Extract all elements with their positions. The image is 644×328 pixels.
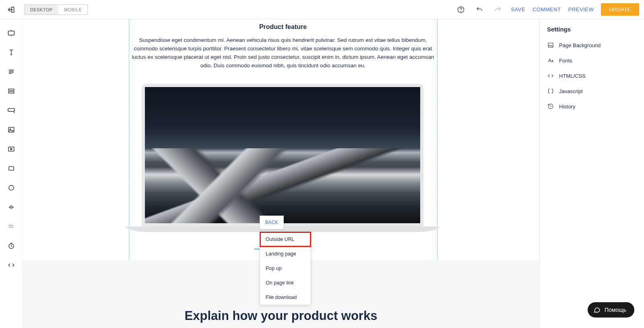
javascript-icon bbox=[547, 87, 554, 95]
feature-text[interactable]: Suspendisse eget condimentum mi. Aenean … bbox=[129, 36, 437, 70]
timer-icon bbox=[8, 242, 15, 249]
rail-code[interactable] bbox=[7, 261, 15, 269]
rail-paragraph[interactable] bbox=[7, 68, 15, 76]
canvas[interactable]: Product feature Suspendisse eget condime… bbox=[23, 19, 539, 328]
mountain-image bbox=[145, 87, 420, 223]
rail-timer[interactable] bbox=[7, 242, 15, 250]
svg-point-2 bbox=[461, 11, 461, 11]
feature-title[interactable]: Product feature bbox=[129, 23, 437, 31]
settings-item-label: History bbox=[559, 104, 575, 110]
rail-slider[interactable] bbox=[7, 203, 15, 211]
popup-item-landing-page[interactable]: Landing page bbox=[260, 247, 311, 261]
popup-item-outside-url[interactable]: Outside URL bbox=[260, 232, 311, 247]
save-link[interactable]: SAVE bbox=[511, 6, 525, 12]
comment-link[interactable]: COMMENT bbox=[533, 6, 561, 12]
settings-javascript[interactable]: Javascript bbox=[540, 83, 644, 99]
popup-item-on-page-link[interactable]: On page link bbox=[260, 276, 311, 290]
svg-rect-4 bbox=[8, 89, 14, 91]
redo-button[interactable] bbox=[492, 4, 504, 15]
rail-image[interactable] bbox=[7, 126, 15, 134]
svg-point-12 bbox=[9, 207, 10, 208]
settings-item-label: Fonts bbox=[559, 58, 572, 64]
device-mobile[interactable]: MOBILE bbox=[58, 5, 88, 15]
device-desktop[interactable]: DESKTOP bbox=[25, 5, 58, 15]
popup-back[interactable]: BACK bbox=[260, 216, 284, 229]
history-icon bbox=[547, 103, 554, 110]
update-button[interactable]: UPDATE bbox=[601, 3, 639, 16]
rail-text[interactable] bbox=[7, 48, 15, 56]
settings-item-label: Javascript bbox=[559, 88, 583, 94]
rail-video[interactable] bbox=[7, 145, 15, 153]
element-rail bbox=[0, 19, 23, 328]
link-popup-menu: Outside URL Landing page Pop up On page … bbox=[260, 232, 311, 305]
svg-rect-5 bbox=[8, 92, 14, 93]
header-right: SAVE COMMENT PREVIEW UPDATE bbox=[455, 3, 639, 16]
preview-link[interactable]: PREVIEW bbox=[568, 6, 594, 12]
help-widget[interactable]: Помощь bbox=[588, 302, 634, 318]
rail-divider[interactable] bbox=[7, 222, 15, 230]
svg-point-13 bbox=[12, 207, 13, 208]
box-icon bbox=[8, 165, 15, 172]
button-icon bbox=[7, 107, 15, 114]
svg-rect-10 bbox=[9, 167, 14, 170]
exit-icon bbox=[7, 6, 15, 14]
settings-htmlcss[interactable]: HTML/CSS bbox=[540, 68, 644, 83]
popup-item-popup[interactable]: Pop up bbox=[260, 261, 311, 276]
settings-panel: Settings Page Background Fonts HTML/CSS … bbox=[539, 19, 644, 328]
text-icon bbox=[8, 49, 15, 56]
section-2-title[interactable]: Explain how your product works bbox=[23, 309, 539, 323]
device-toggle: DESKTOP MOBILE bbox=[24, 4, 88, 15]
help-button[interactable] bbox=[455, 4, 466, 15]
svg-rect-3 bbox=[8, 31, 14, 35]
help-circle-icon bbox=[457, 6, 465, 14]
form-icon bbox=[8, 87, 15, 95]
svg-point-11 bbox=[9, 185, 14, 190]
header-left: DESKTOP MOBILE bbox=[5, 3, 88, 16]
image-icon bbox=[8, 126, 15, 133]
chat-icon bbox=[593, 306, 601, 313]
code-icon bbox=[8, 262, 15, 269]
paragraph-icon bbox=[8, 68, 15, 75]
svg-rect-7 bbox=[8, 127, 14, 132]
circle-icon bbox=[8, 184, 15, 191]
popup-item-file-download[interactable]: File download bbox=[260, 290, 311, 305]
section-icon bbox=[7, 29, 15, 37]
undo-button[interactable] bbox=[474, 4, 485, 15]
laptop-screen bbox=[142, 84, 423, 226]
settings-history[interactable]: History bbox=[540, 99, 644, 114]
redo-icon bbox=[494, 6, 502, 13]
rail-shape[interactable] bbox=[7, 184, 15, 192]
video-icon bbox=[8, 145, 15, 153]
settings-title: Settings bbox=[540, 19, 644, 37]
settings-page-background[interactable]: Page Background bbox=[540, 37, 644, 53]
htmlcss-icon bbox=[547, 72, 554, 79]
settings-item-label: HTML/CSS bbox=[559, 73, 586, 79]
slider-icon bbox=[8, 203, 15, 211]
fonts-icon bbox=[547, 57, 554, 64]
settings-item-label: Page Background bbox=[559, 42, 601, 48]
feature-block: Product feature Suspendisse eget condime… bbox=[129, 19, 437, 70]
svg-rect-6 bbox=[8, 108, 14, 111]
laptop-mockup[interactable] bbox=[142, 84, 423, 232]
rail-section[interactable] bbox=[7, 29, 15, 37]
body: Product feature Suspendisse eget condime… bbox=[0, 19, 644, 328]
rail-form[interactable] bbox=[7, 87, 15, 95]
divider-icon bbox=[8, 223, 15, 230]
header-bar: DESKTOP MOBILE SAVE COMMENT PREVIEW UPDA… bbox=[0, 0, 644, 19]
exit-editor-button[interactable] bbox=[5, 3, 18, 16]
help-widget-label: Помощь bbox=[605, 307, 626, 313]
rail-box[interactable] bbox=[7, 164, 15, 172]
undo-icon bbox=[476, 6, 483, 13]
settings-fonts[interactable]: Fonts bbox=[540, 53, 644, 68]
rail-button[interactable] bbox=[7, 106, 15, 114]
background-icon bbox=[547, 42, 554, 49]
